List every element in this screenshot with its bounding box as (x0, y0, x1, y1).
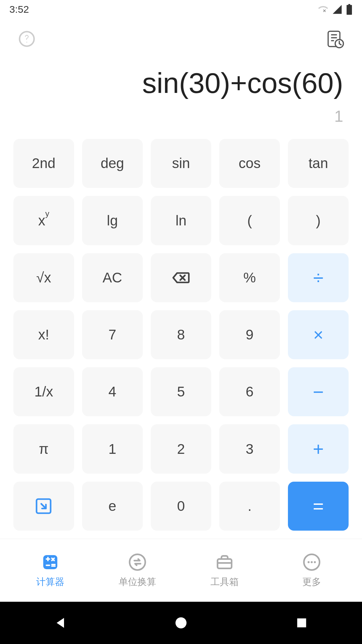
display: sin(30)+cos(60) 1 (0, 59, 362, 125)
nav-calculator[interactable]: 计算器 (20, 553, 80, 588)
nav-unit-label: 单位换算 (119, 576, 156, 588)
key-2[interactable]: 2 (151, 424, 212, 473)
key-5[interactable]: 5 (151, 367, 212, 416)
svg-rect-7 (43, 555, 57, 569)
svg-point-8 (130, 554, 145, 570)
android-recent-button[interactable] (292, 613, 312, 633)
signal-icon (332, 4, 343, 15)
key-ln[interactable]: ln (151, 196, 212, 245)
nav-more[interactable]: 更多 (282, 553, 342, 588)
help-icon (18, 30, 36, 48)
key-collapse[interactable] (13, 482, 74, 531)
key-factorial[interactable]: x! (13, 310, 74, 359)
result-display: 1 (19, 107, 343, 125)
circle-home-icon (174, 615, 188, 630)
expression-display[interactable]: sin(30)+cos(60) (19, 66, 343, 100)
key-reciprocal[interactable]: 1/x (13, 367, 74, 416)
svg-point-11 (308, 561, 310, 563)
key-rparen[interactable]: ) (288, 196, 349, 245)
svg-point-14 (176, 618, 187, 629)
key-8[interactable]: 8 (151, 310, 212, 359)
history-icon (326, 28, 345, 50)
key-backspace[interactable] (151, 253, 212, 302)
status-bar: 3:52 (0, 0, 362, 19)
key-divide[interactable]: ÷ (288, 253, 349, 302)
status-time: 3:52 (9, 4, 29, 15)
nav-calculator-label: 计算器 (36, 576, 64, 588)
header (0, 19, 362, 59)
key-power[interactable]: xy (13, 196, 74, 245)
key-6[interactable]: 6 (219, 367, 280, 416)
convert-icon (128, 553, 147, 572)
history-button[interactable] (326, 30, 345, 48)
nav-unit[interactable]: 单位换算 (107, 553, 168, 588)
nav-toolbox-label: 工具箱 (210, 576, 239, 588)
svg-point-13 (314, 561, 316, 563)
nav-more-label: 更多 (302, 576, 321, 588)
android-nav-bar (0, 602, 362, 644)
android-back-button[interactable] (50, 613, 70, 633)
key-ac[interactable]: AC (82, 253, 143, 302)
bottom-nav: 计算器 单位换算 工具箱 更多 (0, 539, 362, 602)
key-multiply[interactable]: × (288, 310, 349, 359)
key-2nd[interactable]: 2nd (13, 139, 74, 188)
backspace-icon (172, 268, 190, 287)
key-lg[interactable]: lg (82, 196, 143, 245)
calculator-icon (41, 553, 60, 572)
square-recent-icon (295, 616, 308, 630)
key-9[interactable]: 9 (219, 310, 280, 359)
key-percent[interactable]: % (219, 253, 280, 302)
android-home-button[interactable] (171, 613, 191, 633)
key-3[interactable]: 3 (219, 424, 280, 473)
key-deg[interactable]: deg (82, 139, 143, 188)
key-4[interactable]: 4 (82, 367, 143, 416)
key-tan[interactable]: tan (288, 139, 349, 188)
keypad: 2nd deg sin cos tan xy lg ln ( ) √x AC %… (0, 139, 362, 539)
key-cos[interactable]: cos (219, 139, 280, 188)
wifi-off-icon (318, 4, 328, 15)
help-button[interactable] (17, 30, 36, 48)
key-sin[interactable]: sin (151, 139, 212, 188)
toolbox-icon (215, 553, 234, 572)
key-equals[interactable]: = (288, 482, 349, 531)
status-icons (318, 4, 353, 15)
key-lparen[interactable]: ( (219, 196, 280, 245)
key-0[interactable]: 0 (151, 482, 212, 531)
triangle-back-icon (53, 615, 68, 630)
nav-toolbox[interactable]: 工具箱 (194, 553, 255, 588)
collapse-icon (34, 497, 53, 516)
key-dot[interactable]: . (219, 482, 280, 531)
key-add[interactable]: + (288, 424, 349, 473)
more-icon (302, 553, 321, 572)
key-sqrt[interactable]: √x (13, 253, 74, 302)
svg-rect-15 (297, 619, 306, 628)
key-subtract[interactable]: − (288, 367, 349, 416)
key-1[interactable]: 1 (82, 424, 143, 473)
key-pi[interactable]: π (13, 424, 74, 473)
key-e[interactable]: e (82, 482, 143, 531)
svg-point-12 (311, 561, 313, 563)
key-7[interactable]: 7 (82, 310, 143, 359)
battery-icon (346, 4, 353, 15)
